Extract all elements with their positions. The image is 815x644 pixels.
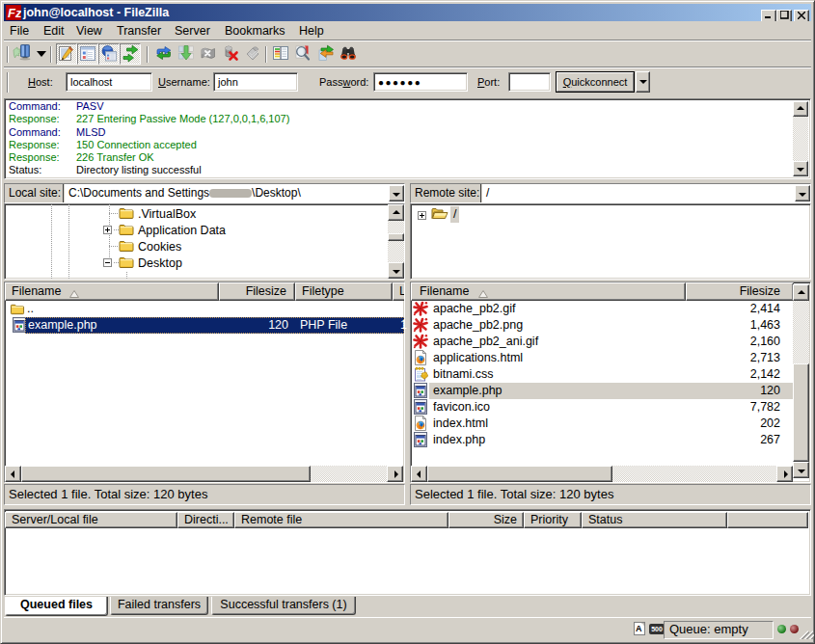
svg-text:A: A <box>636 624 642 633</box>
svg-text:Fz: Fz <box>8 6 21 20</box>
